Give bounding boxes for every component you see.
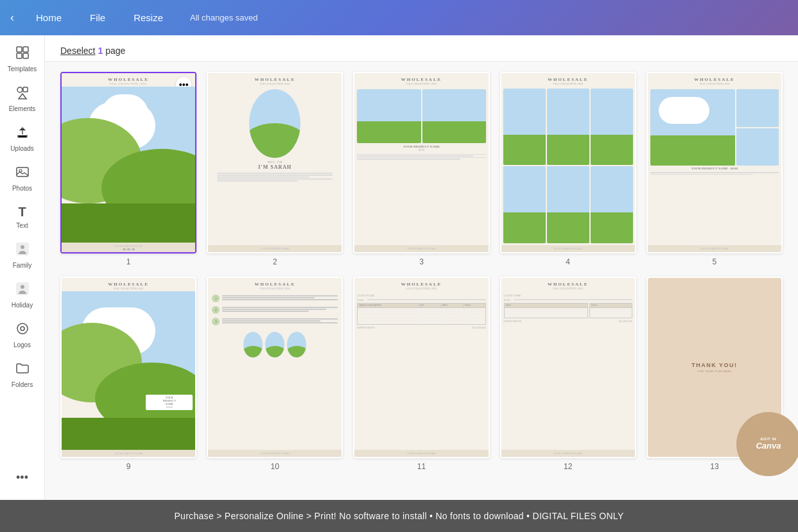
sidebar-item-elements[interactable]: Elements xyxy=(2,80,43,117)
thumb-3[interactable]: WHOLESALE FALL COLLECTION | 2024 xyxy=(353,72,489,253)
sidebar-item-text[interactable]: T Text xyxy=(2,200,43,234)
page-thumb-12[interactable]: WHOLESALE FALL COLLECTION | 2024 CLIENT … xyxy=(500,277,636,471)
svg-rect-7 xyxy=(17,167,28,176)
nav-home[interactable]: Home xyxy=(30,8,68,27)
family-label: Family xyxy=(13,262,31,269)
text-icon: T xyxy=(18,205,26,219)
page-suffix: page xyxy=(105,46,125,56)
deselect-bar: Deselect 1 page xyxy=(60,46,783,56)
page-thumb-2[interactable]: WHOLESALE FALL COLLECTION | 2024 HEY, I'… xyxy=(207,72,343,266)
thumb-4[interactable]: WHOLESALE FALL COLLECTION | 2024 YOUR CO… xyxy=(500,72,636,253)
thumb-5[interactable]: WHOLESALE FALL COLLECTION | 2024 xyxy=(646,72,783,253)
sidebar-item-logos[interactable]: Logos xyxy=(2,316,43,354)
page-number-10: 10 xyxy=(271,462,279,471)
thumb-9[interactable]: WHOLESALE FALL COLLECTION | 2024 YOUR xyxy=(60,277,196,458)
thumb-2[interactable]: WHOLESALE FALL COLLECTION | 2024 HEY, I'… xyxy=(207,72,343,253)
uploads-label: Uploads xyxy=(10,145,34,152)
thumb-1[interactable]: ••• WHOLESALE FALL COLLECTION | 2024 xyxy=(60,72,196,253)
page-thumb-13[interactable]: THANK YOU! FOR YOUR PURCHASE EDIT IN Can… xyxy=(646,277,783,471)
page-thumb-5[interactable]: WHOLESALE FALL COLLECTION | 2024 xyxy=(646,72,783,266)
thumb-10[interactable]: WHOLESALE FALL COLLECTION | 2024 1 xyxy=(207,277,343,458)
page-number-5: 5 xyxy=(713,257,717,266)
svg-rect-1 xyxy=(23,47,28,52)
photos-label: Photos xyxy=(12,185,32,192)
thumb-12[interactable]: WHOLESALE FALL COLLECTION | 2024 CLIENT … xyxy=(500,277,636,458)
page-number-11: 11 xyxy=(417,462,426,471)
folders-icon xyxy=(15,361,30,379)
templates-label: Templates xyxy=(8,65,37,73)
more-icon: ••• xyxy=(16,471,28,485)
folders-label: Folders xyxy=(12,381,33,388)
pages-grid: ••• WHOLESALE FALL COLLECTION | 2024 xyxy=(45,62,798,500)
thumb-11[interactable]: WHOLESALE FALL COLLECTION | 2024 CLIENT … xyxy=(353,277,489,458)
svg-rect-2 xyxy=(17,53,22,58)
svg-rect-0 xyxy=(17,47,22,52)
sidebar-more[interactable]: ••• xyxy=(13,466,31,490)
page-thumb-1[interactable]: ••• WHOLESALE FALL COLLECTION | 2024 xyxy=(60,72,196,266)
page-thumb-4[interactable]: WHOLESALE FALL COLLECTION | 2024 YOUR CO… xyxy=(500,72,636,266)
page-number-2: 2 xyxy=(273,257,277,266)
svg-rect-5 xyxy=(23,87,28,92)
top-nav: ‹ Home File Resize All changes saved xyxy=(0,0,798,35)
elements-label: Elements xyxy=(9,105,36,112)
thumb-13[interactable]: THANK YOU! FOR YOUR PURCHASE EDIT IN Can… xyxy=(646,277,783,458)
sidebar-item-folders[interactable]: Folders xyxy=(2,356,43,393)
page-number-1: 1 xyxy=(126,257,131,266)
photos-icon xyxy=(15,165,30,182)
logos-label: Logos xyxy=(13,341,31,348)
svg-point-10 xyxy=(21,245,24,249)
templates-icon xyxy=(15,46,30,63)
svg-point-4 xyxy=(17,87,22,92)
canva-logo: Canva xyxy=(756,441,781,450)
sidebar-item-holiday[interactable]: Holiday xyxy=(2,277,43,314)
sidebar: Templates Elements Uploads xyxy=(0,35,45,500)
back-icon: ‹ xyxy=(10,11,14,24)
back-button[interactable]: ‹ xyxy=(10,11,14,24)
elements-icon xyxy=(15,85,30,103)
sidebar-item-uploads[interactable]: Uploads xyxy=(2,120,43,157)
family-icon xyxy=(15,242,30,259)
svg-marker-6 xyxy=(19,94,26,99)
page-number-12: 12 xyxy=(564,462,572,471)
nav-file[interactable]: File xyxy=(83,8,112,27)
svg-point-12 xyxy=(21,285,24,289)
save-status: All changes saved xyxy=(190,13,258,22)
page-number-3: 3 xyxy=(419,257,424,266)
svg-point-13 xyxy=(17,323,28,334)
sidebar-item-templates[interactable]: Templates xyxy=(2,40,43,78)
page-thumb-11[interactable]: WHOLESALE FALL COLLECTION | 2024 CLIENT … xyxy=(353,277,489,471)
deselect-link[interactable]: Deselect xyxy=(60,46,95,56)
sidebar-item-family[interactable]: Family xyxy=(2,237,43,274)
uploads-icon xyxy=(15,125,30,142)
page-number-9: 9 xyxy=(126,462,131,471)
holiday-label: Holiday xyxy=(12,302,33,309)
bottom-bar: Purchase > Personalize Online > Print! N… xyxy=(0,500,798,532)
content-header: Deselect 1 page xyxy=(45,35,798,62)
nav-resize[interactable]: Resize xyxy=(127,8,169,27)
bottom-bar-text: Purchase > Personalize Online > Print! N… xyxy=(174,511,623,521)
content-area: Deselect 1 page ••• WHOLESALE FALL COLLE… xyxy=(45,35,798,500)
text-label: Text xyxy=(16,222,28,229)
holiday-icon xyxy=(15,282,30,299)
page-number-13: 13 xyxy=(710,462,718,471)
page-count-badge: 1 xyxy=(98,46,103,56)
page-number-4: 4 xyxy=(566,257,570,266)
svg-rect-3 xyxy=(23,53,28,58)
page-thumb-10[interactable]: WHOLESALE FALL COLLECTION | 2024 1 xyxy=(207,277,343,471)
svg-point-8 xyxy=(19,169,22,172)
svg-point-14 xyxy=(21,327,24,330)
page-thumb-3[interactable]: WHOLESALE FALL COLLECTION | 2024 xyxy=(353,72,489,266)
main-layout: Templates Elements Uploads xyxy=(0,35,798,500)
logos-icon xyxy=(15,322,30,339)
page-thumb-9[interactable]: WHOLESALE FALL COLLECTION | 2024 YOUR xyxy=(60,277,196,471)
sidebar-item-photos[interactable]: Photos xyxy=(2,160,43,197)
